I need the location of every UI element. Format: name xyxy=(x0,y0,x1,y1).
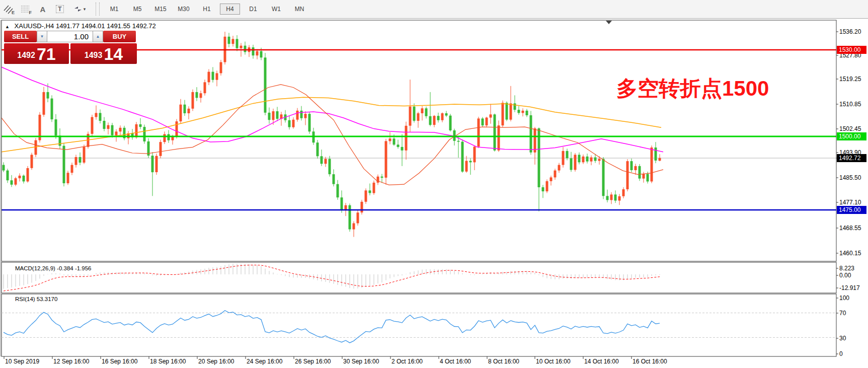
candle xyxy=(510,103,512,119)
candle xyxy=(482,118,484,125)
candle xyxy=(655,148,657,161)
candle xyxy=(216,73,218,80)
candle xyxy=(643,174,645,179)
buy-price-small: 1493 xyxy=(85,48,103,63)
candle xyxy=(111,125,114,135)
collapse-panel-icon[interactable]: ▲ xyxy=(5,24,10,29)
candle xyxy=(590,158,593,162)
candle xyxy=(317,142,319,156)
candle xyxy=(43,92,45,115)
candle xyxy=(622,189,625,196)
candle xyxy=(296,111,299,120)
candle xyxy=(91,117,94,134)
candle xyxy=(176,121,178,137)
candle xyxy=(530,115,532,153)
candle xyxy=(425,108,428,116)
chart-text-annotation[interactable]: 多空转折点1500 xyxy=(616,75,769,103)
candle xyxy=(614,194,617,200)
candle xyxy=(421,108,424,113)
buy-price-big: 14 xyxy=(104,45,123,63)
candle xyxy=(550,177,553,181)
candle xyxy=(578,155,581,162)
candle xyxy=(329,159,331,175)
candle xyxy=(385,141,387,178)
price-level-badge: 1500.00 xyxy=(837,132,866,140)
candle xyxy=(647,174,649,182)
candle xyxy=(457,141,460,142)
ma-fast-red xyxy=(2,85,663,185)
candle xyxy=(449,116,452,130)
candle xyxy=(526,111,528,115)
price-axis-label: 1502.45 xyxy=(839,125,861,132)
volume-increase-button[interactable]: ▲ xyxy=(93,31,103,42)
candle xyxy=(538,128,540,187)
candle xyxy=(172,137,174,140)
price-axis-label: 1519.25 xyxy=(839,76,861,83)
buy-button[interactable]: BUY xyxy=(103,31,136,42)
buy-price-display[interactable]: 1493 14 xyxy=(70,43,137,64)
date-axis-label: 18 Sep 16:00 xyxy=(150,358,186,365)
candle xyxy=(11,180,13,185)
candle xyxy=(19,176,21,178)
price-axis-label: 1477.10 xyxy=(839,199,861,206)
candle xyxy=(208,72,210,83)
candle xyxy=(506,103,508,119)
candle xyxy=(99,113,102,121)
candle xyxy=(143,127,146,141)
candle xyxy=(389,138,391,141)
price-level-badge: 1475.00 xyxy=(837,206,866,214)
candle xyxy=(365,190,367,202)
candle xyxy=(357,212,359,223)
candle xyxy=(232,39,234,44)
candle xyxy=(393,138,396,144)
candle xyxy=(47,92,49,99)
macd-axis-label: -12.917 xyxy=(839,284,860,291)
volume-decrease-button[interactable]: ▼ xyxy=(37,31,47,42)
candle xyxy=(546,181,548,191)
candle xyxy=(373,183,375,193)
candle xyxy=(522,111,524,113)
candle xyxy=(180,105,182,121)
candle xyxy=(67,173,69,183)
candle xyxy=(31,155,33,168)
sell-price-display[interactable]: 1492 71 xyxy=(4,43,69,64)
candle xyxy=(554,171,557,178)
date-axis-label: 16 Sep 16:00 xyxy=(102,358,137,365)
date-axis-label: 10 Sep 2019 xyxy=(5,358,39,365)
candle xyxy=(321,156,323,164)
sell-button[interactable]: SELL xyxy=(4,31,37,42)
candle xyxy=(139,124,142,127)
candle xyxy=(602,159,605,196)
candle xyxy=(164,134,166,142)
date-axis-label: 20 Sep 16:00 xyxy=(198,358,234,365)
date-axis-label: 26 Sep 16:00 xyxy=(295,358,331,365)
candle xyxy=(276,111,279,119)
candle xyxy=(240,46,243,48)
candle xyxy=(184,105,186,113)
candle xyxy=(639,166,641,179)
candle xyxy=(304,114,307,118)
symbol-ohlc-line: XAUUSD-,H4 1491.77 1494.01 1491.55 1492.… xyxy=(15,22,156,30)
candle xyxy=(461,142,464,172)
candle xyxy=(151,156,154,172)
candle xyxy=(409,107,412,126)
candle xyxy=(337,184,339,198)
price-level-badge: 1530.00 xyxy=(837,46,866,54)
candle xyxy=(272,111,275,120)
candle xyxy=(196,92,198,98)
candle xyxy=(433,116,436,125)
candle xyxy=(204,82,206,93)
candle xyxy=(518,110,520,113)
macd-indicator-label: MACD(12,26,9) -0.384 -1.956 xyxy=(15,265,92,271)
symbol-header: ▲ XAUUSD-,H4 1491.77 1494.01 1491.55 149… xyxy=(5,22,156,30)
candle xyxy=(75,157,77,165)
volume-input[interactable] xyxy=(47,31,93,42)
candle xyxy=(236,39,239,48)
chart-shift-marker xyxy=(606,21,612,24)
candle xyxy=(381,177,383,178)
ma-slow-orange xyxy=(2,97,661,152)
candle xyxy=(626,161,629,189)
candle xyxy=(333,174,335,184)
macd-axis-label: 0.00 xyxy=(839,272,851,279)
candle xyxy=(429,116,432,125)
